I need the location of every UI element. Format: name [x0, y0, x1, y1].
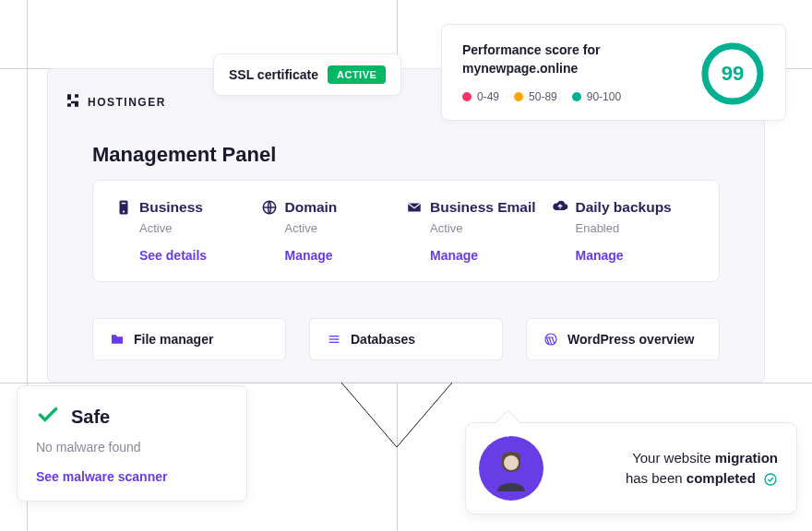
check-circle-icon	[763, 472, 778, 487]
page-title: Management Panel	[92, 143, 276, 167]
cloud-upload-icon	[552, 199, 568, 216]
service-backups: Daily backups Enabled Manage	[552, 199, 698, 263]
mail-icon	[406, 199, 423, 216]
see-details-link[interactable]: See details	[139, 248, 261, 263]
manage-link[interactable]: Manage	[576, 248, 698, 263]
performance-score: 99	[700, 41, 765, 106]
dot-icon	[572, 92, 581, 101]
service-status: Active	[430, 221, 552, 235]
migration-card: Your website migration has been complete…	[465, 422, 797, 514]
services-card: Business Active See details Domain Activ…	[92, 180, 720, 282]
tool-label: File manager	[134, 332, 213, 347]
wordpress-icon	[543, 332, 558, 347]
avatar	[479, 436, 543, 501]
service-name: Domain	[285, 199, 338, 216]
hostinger-logo-icon	[66, 93, 80, 112]
service-name: Business	[139, 199, 203, 216]
migration-text: Your website migration has been complete…	[558, 448, 778, 489]
service-status: Active	[285, 221, 407, 235]
service-status: Active	[139, 221, 261, 235]
performance-card: Performance score for mynewpage.online 0…	[441, 24, 786, 121]
svg-point-13	[765, 474, 776, 485]
database-icon	[327, 332, 341, 347]
svg-rect-3	[122, 203, 126, 205]
tool-label: WordPress overview	[567, 332, 694, 347]
legend-high: 90-100	[572, 90, 621, 103]
safe-subtitle: No malware found	[36, 440, 228, 454]
svg-point-12	[504, 455, 519, 470]
legend-low: 0-49	[462, 90, 499, 103]
brand-logo: HOSTINGER	[66, 93, 166, 112]
safe-title: Safe	[71, 407, 110, 428]
ssl-status-badge: ACTIVE	[328, 65, 386, 84]
ssl-certificate-card: SSL certificate ACTIVE	[213, 53, 401, 96]
legend-mid: 50-89	[514, 90, 557, 103]
server-icon	[115, 199, 132, 216]
service-business: Business Active See details	[115, 199, 261, 263]
dot-icon	[514, 92, 523, 101]
ssl-label: SSL certificate	[229, 67, 318, 82]
folder-icon	[110, 332, 125, 347]
file-manager-button[interactable]: File manager	[92, 318, 286, 360]
wordpress-overview-button[interactable]: WordPress overview	[526, 318, 720, 360]
service-name: Business Email	[430, 199, 536, 216]
dot-icon	[462, 92, 472, 101]
tool-label: Databases	[351, 332, 415, 347]
pointer-triangle	[341, 383, 452, 456]
service-email: Business Email Active Manage	[406, 199, 552, 263]
service-domain: Domain Active Manage	[261, 199, 407, 263]
safe-card: Safe No malware found See malware scanne…	[17, 385, 247, 502]
performance-ring: 99	[700, 41, 765, 106]
manage-link[interactable]: Manage	[430, 248, 552, 263]
globe-icon	[261, 199, 278, 216]
manage-link[interactable]: Manage	[285, 248, 407, 263]
service-status: Enabled	[576, 221, 698, 235]
databases-button[interactable]: Databases	[309, 318, 503, 360]
service-name: Daily backups	[576, 199, 672, 216]
check-icon	[36, 403, 60, 431]
malware-scanner-link[interactable]: See malware scanner	[36, 469, 228, 484]
brand-name: HOSTINGER	[88, 96, 166, 109]
svg-point-4	[123, 210, 125, 212]
